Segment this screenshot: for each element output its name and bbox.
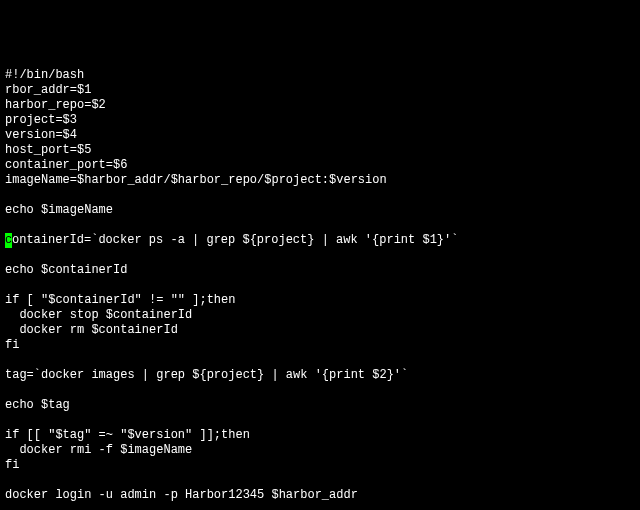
cursor: c <box>5 233 12 248</box>
terminal-editor[interactable]: #!/bin/bashrbor_addr=$1harbor_repo=$2pro… <box>5 68 635 510</box>
code-line: imageName=$harbor_addr/$harbor_repo/$pro… <box>5 173 635 188</box>
code-line: tag=`docker images | grep ${project} | a… <box>5 368 635 383</box>
code-line: docker login -u admin -p Harbor12345 $ha… <box>5 488 635 503</box>
code-line: version=$4 <box>5 128 635 143</box>
code-line <box>5 278 635 293</box>
code-line <box>5 383 635 398</box>
code-line: #!/bin/bash <box>5 68 635 83</box>
code-line <box>5 218 635 233</box>
code-line <box>5 473 635 488</box>
code-line <box>5 188 635 203</box>
code-line: docker rmi -f $imageName <box>5 443 635 458</box>
code-line <box>5 503 635 510</box>
code-line: if [ "$containerId" != "" ];then <box>5 293 635 308</box>
code-line: fi <box>5 458 635 473</box>
code-line: if [[ "$tag" =~ "$version" ]];then <box>5 428 635 443</box>
code-line: harbor_repo=$2 <box>5 98 635 113</box>
code-line: containerId=`docker ps -a | grep ${proje… <box>5 233 635 248</box>
code-line: echo $tag <box>5 398 635 413</box>
code-text: ontainerId=`docker ps -a | grep ${projec… <box>12 233 458 247</box>
code-line: echo $imageName <box>5 203 635 218</box>
code-line: fi <box>5 338 635 353</box>
code-line <box>5 248 635 263</box>
code-line: rbor_addr=$1 <box>5 83 635 98</box>
code-line: echo $containerId <box>5 263 635 278</box>
code-line: host_port=$5 <box>5 143 635 158</box>
code-line <box>5 353 635 368</box>
code-line <box>5 413 635 428</box>
code-line: docker stop $containerId <box>5 308 635 323</box>
code-line: docker rm $containerId <box>5 323 635 338</box>
code-line: project=$3 <box>5 113 635 128</box>
code-line: container_port=$6 <box>5 158 635 173</box>
